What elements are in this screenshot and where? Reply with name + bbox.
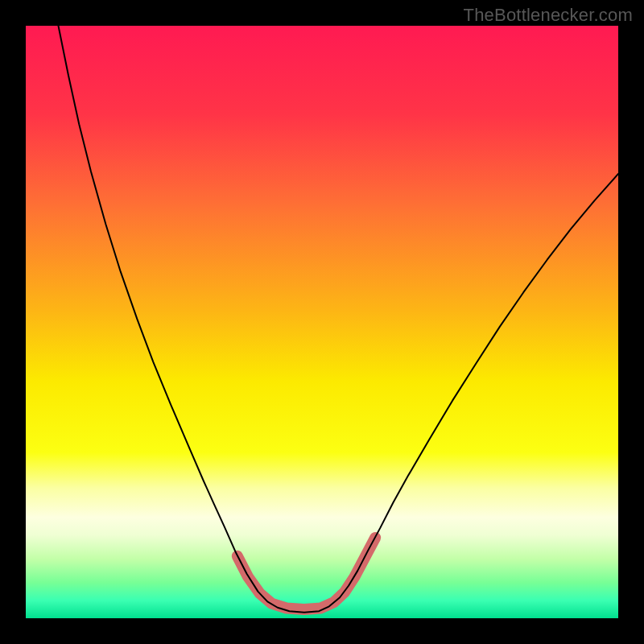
plot-area [26, 26, 618, 618]
watermark-text: TheBottlenecker.com [464, 5, 633, 26]
chart-svg [26, 26, 618, 618]
gradient-bg [26, 26, 618, 618]
chart-root: TheBottlenecker.com [0, 0, 644, 644]
